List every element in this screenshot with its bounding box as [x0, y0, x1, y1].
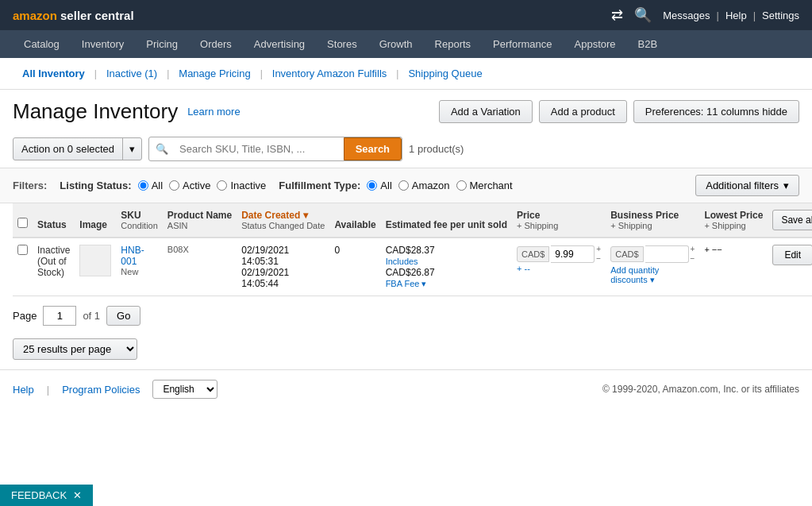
sub-nav-all-inventory[interactable]: All Inventory: [13, 64, 94, 83]
language-select[interactable]: English French Spanish: [152, 380, 217, 399]
row-checkbox[interactable]: [17, 245, 28, 255]
row-business-price-cell: CAD$ + − Add quantity discounts ▾: [606, 238, 699, 296]
sub-nav-shipping-queue[interactable]: Shipping Queue: [398, 64, 491, 83]
price-down-btn[interactable]: −: [596, 254, 601, 264]
select-all-checkbox[interactable]: [17, 218, 28, 228]
row-business-stepper: + −: [691, 245, 695, 264]
add-product-button[interactable]: Add a product: [539, 100, 627, 123]
business-up-btn[interactable]: +: [691, 245, 695, 254]
page-title-area: Manage Inventory Learn more: [13, 99, 241, 124]
row-asin: B08X: [167, 245, 232, 254]
page-header: Manage Inventory Learn more Add a Variat…: [0, 90, 812, 130]
action-select[interactable]: Action on 0 selected ▾: [13, 137, 142, 160]
nav-growth[interactable]: Growth: [368, 30, 424, 58]
row-business-price-input[interactable]: [645, 245, 689, 263]
inventory-table-wrap: Status Image SKU Condition Product Name …: [0, 203, 812, 296]
add-variation-button[interactable]: Add a Variation: [439, 100, 533, 123]
row-date-created: 02/19/2021 14:05:31: [241, 245, 325, 267]
th-date-created[interactable]: Date Created ▾ Status Changed Date: [237, 203, 329, 238]
row-available: 0: [334, 245, 340, 256]
row-condition: New: [121, 267, 157, 276]
row-price-input[interactable]: [551, 245, 595, 263]
pagination: Page of 1 Go: [0, 296, 812, 335]
additional-filters-arrow-icon: ▾: [783, 180, 789, 191]
row-edit-cell: Edit: [768, 238, 812, 296]
fulfillment-merchant-option[interactable]: Merchant: [456, 180, 513, 191]
pagination-go-button[interactable]: Go: [106, 306, 140, 326]
additional-filters-button[interactable]: Additional filters ▾: [695, 175, 799, 196]
page-number-input[interactable]: [43, 306, 76, 326]
select-all-header[interactable]: [13, 203, 33, 238]
nav-pricing[interactable]: Pricing: [135, 30, 189, 58]
footer-help-link[interactable]: Help: [13, 384, 34, 396]
th-lowest-price: Lowest Price + Shipping: [699, 203, 768, 238]
sub-nav-inactive[interactable]: Inactive (1): [97, 64, 167, 83]
nav-stores[interactable]: Stores: [316, 30, 368, 58]
save-all-button[interactable]: Save all: [772, 210, 812, 230]
main-nav: Catalog Inventory Pricing Orders Adverti…: [0, 30, 812, 58]
row-dates-cell: 02/19/2021 14:05:31 02/19/2021 14:05:44: [237, 238, 329, 296]
search-icon[interactable]: 🔍: [634, 6, 652, 24]
row-sku-link[interactable]: HNB-001: [121, 245, 144, 267]
footer-policies-link[interactable]: Program Policies: [62, 384, 140, 396]
nav-inventory[interactable]: Inventory: [71, 30, 135, 58]
page-title: Manage Inventory: [13, 99, 178, 124]
additional-filters-label: Additional filters: [706, 180, 779, 191]
business-down-btn[interactable]: −: [691, 254, 695, 264]
product-count: 1 product(s): [409, 143, 464, 155]
preferences-button[interactable]: Preferences: 11 columns hidde: [633, 100, 799, 123]
row-business-currency: CAD$: [610, 246, 643, 262]
filters-label: Filters:: [13, 180, 47, 191]
th-sku: SKU Condition: [116, 203, 162, 238]
nav-appstore[interactable]: Appstore: [564, 30, 627, 58]
messages-link[interactable]: Messages: [663, 10, 710, 21]
table-header-row: Status Image SKU Condition Product Name …: [13, 203, 812, 238]
nav-catalog[interactable]: Catalog: [13, 30, 71, 58]
footer-links: Help | Program Policies English French S…: [13, 380, 217, 399]
row-add-qty-discounts[interactable]: Add quantity discounts ▾: [610, 265, 695, 285]
row-image-cell: [75, 238, 116, 296]
help-link[interactable]: Help: [725, 10, 747, 21]
sub-nav-manage-pricing[interactable]: Manage Pricing: [169, 64, 260, 83]
row-price-cell: CAD$ + − + --: [512, 238, 606, 296]
header-right: ⇄ 🔍 Messages | Help | Settings: [611, 6, 799, 24]
listing-inactive-option[interactable]: Inactive: [217, 180, 266, 191]
settings-link[interactable]: Settings: [762, 10, 799, 21]
fulfillment-amazon-option[interactable]: Amazon: [398, 180, 450, 191]
filters-bar: Filters: Listing Status: All Active Inac…: [0, 168, 812, 203]
nav-performance[interactable]: Performance: [482, 30, 563, 58]
listing-all-option[interactable]: All: [138, 180, 163, 191]
sub-nav-amazon-fulfills[interactable]: Inventory Amazon Fulfills: [263, 64, 397, 83]
search-box: 🔍 Search: [148, 137, 402, 161]
row-edit-button[interactable]: Edit: [772, 245, 812, 265]
header-nav-links: Messages | Help | Settings: [663, 10, 799, 21]
listing-active-option[interactable]: Active: [169, 180, 210, 191]
row-image: [79, 245, 111, 276]
row-fee-includes[interactable]: Includes: [386, 257, 418, 266]
th-status: Status: [33, 203, 75, 238]
row-fee-main: CAD$28.37: [386, 245, 435, 256]
fulfillment-type-filter: Fulfillment Type: All Amazon Merchant: [279, 180, 512, 191]
exchange-icon[interactable]: ⇄: [611, 6, 623, 24]
nav-b2b[interactable]: B2B: [627, 30, 669, 58]
row-checkbox-cell[interactable]: [13, 238, 33, 296]
row-fee-label[interactable]: FBA Fee ▾: [386, 279, 427, 288]
price-up-btn[interactable]: +: [596, 245, 601, 254]
results-per-page-select[interactable]: 25 results per page 50 results per page …: [13, 338, 137, 360]
row-available-cell: 0: [329, 238, 380, 296]
nav-reports[interactable]: Reports: [424, 30, 483, 58]
search-button[interactable]: Search: [344, 137, 402, 160]
row-business-price-wrap: CAD$ + −: [610, 245, 695, 264]
search-input[interactable]: [175, 138, 344, 160]
row-price-stepper: + −: [596, 245, 601, 264]
th-save-all[interactable]: Save all: [768, 203, 812, 238]
nav-orders[interactable]: Orders: [189, 30, 243, 58]
fulfillment-all-option[interactable]: All: [367, 180, 391, 191]
action-select-arrow-icon[interactable]: ▾: [122, 138, 141, 160]
row-price-adj[interactable]: + --: [517, 264, 601, 273]
learn-more-link[interactable]: Learn more: [187, 106, 240, 118]
copyright-text: © 1999-2020, Amazon.com, Inc. or its aff…: [602, 384, 799, 395]
header: amazon seller central ⇄ 🔍 Messages | Hel…: [0, 0, 812, 30]
nav-advertising[interactable]: Advertising: [243, 30, 316, 58]
th-available: Available: [329, 203, 380, 238]
